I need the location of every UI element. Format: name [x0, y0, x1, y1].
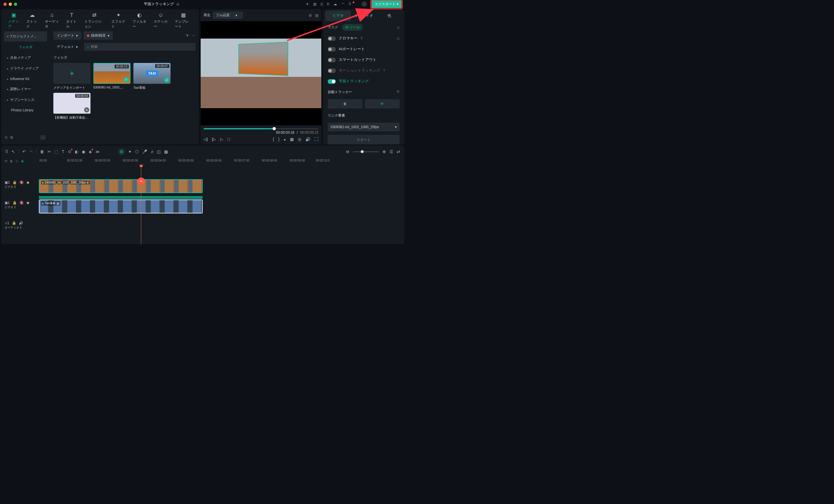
tab-effect[interactable]: ✦エフェクト — [108, 12, 129, 29]
cut-icon[interactable]: ✂ — [48, 149, 51, 154]
prop-cutout[interactable]: スマートカットアウト — [328, 56, 400, 64]
zoom-out-icon[interactable]: ⊖ — [346, 149, 349, 154]
toggle-chroma[interactable] — [328, 36, 336, 41]
sort-default[interactable]: デフォルト ▾ — [53, 43, 81, 51]
sidebar-item-adjust[interactable]: ▸調整レイヤー — [4, 84, 47, 94]
stop-icon[interactable]: □ — [227, 137, 230, 141]
link-icon[interactable]: ⊕ — [10, 159, 13, 163]
save-icon[interactable]: ⎘ — [327, 2, 329, 6]
eye-icon[interactable]: ◉ — [26, 201, 29, 205]
eye-icon[interactable]: ◉ — [26, 180, 29, 184]
lock-icon[interactable]: 🔒 — [13, 201, 17, 205]
record-button[interactable]: 録画/録音 ▾ — [84, 31, 113, 40]
tab-audio[interactable]: ♫オーディオ — [42, 12, 63, 29]
thumb-import[interactable]: + メディアをインポート — [53, 63, 90, 90]
toggle-cutout[interactable] — [328, 58, 336, 62]
monitor-icon[interactable]: ⌸ — [321, 2, 323, 6]
maximize-window[interactable] — [14, 3, 17, 6]
music-icon[interactable]: ♬ — [151, 149, 154, 154]
clip-audio-lane[interactable] — [39, 196, 203, 199]
sidebar-item-subseq[interactable]: ▸サブシーケンス — [4, 95, 47, 105]
more-tools-icon[interactable]: ≫ — [95, 149, 100, 154]
play-icon[interactable]: ▷ — [220, 137, 223, 141]
diamond-icon[interactable]: ◇ — [397, 36, 400, 41]
magnet-icon[interactable]: ⊓ — [5, 159, 7, 163]
zoom-slider[interactable] — [353, 151, 379, 152]
clip-video2[interactable]: ▸5309381_hd_1920_1080_25fps ⊘ — [39, 179, 203, 193]
prop-chroma[interactable]: クロマキー?◇ — [328, 35, 400, 42]
tab-media[interactable]: ▣メディア — [5, 12, 23, 29]
refresh-icon[interactable]: ↻ — [397, 90, 400, 94]
sidebar-folder[interactable]: フォルダ — [4, 42, 47, 52]
layout-icon[interactable]: ⠿ — [5, 149, 8, 154]
lock-icon[interactable]: 🔒 — [12, 221, 16, 225]
avatar-icon[interactable] — [361, 1, 367, 7]
cursor-icon[interactable]: ↖ — [12, 149, 15, 154]
track-link-icon[interactable]: ⊘ — [15, 159, 18, 163]
toggle-portrait[interactable] — [328, 47, 336, 51]
sidebar-item-photos[interactable]: Photos Library — [4, 106, 47, 115]
marker-icon[interactable]: ⬥ — [284, 137, 286, 141]
quality-select[interactable]: フル品質▾ — [213, 12, 243, 19]
export-button[interactable]: エクスポート ▾ — [371, 0, 402, 8]
mute-icon[interactable]: 🔇 — [19, 201, 24, 205]
delete-track-button[interactable]: 🗑 — [328, 99, 363, 108]
playhead-handle[interactable] — [140, 165, 143, 167]
chat-icon[interactable]: ▤ — [313, 2, 316, 6]
tracked-plane[interactable] — [238, 42, 288, 76]
undo-icon[interactable]: ↶ — [22, 149, 26, 154]
ai-icon[interactable]: ⊛ — [118, 149, 125, 155]
prop-plane[interactable]: 平面トラッキング — [328, 78, 400, 85]
timeline-ruler[interactable]: 00:00 00:00:01:00 00:00:02:00 00:00:03:0… — [39, 158, 404, 165]
prev-frame-icon[interactable]: ◁| — [203, 137, 208, 141]
gear-icon[interactable]: ✦ — [128, 149, 132, 154]
tab-filter[interactable]: ◐フィルター — [129, 12, 150, 29]
mic-icon[interactable]: 🎤 — [142, 149, 147, 154]
prop-tab-video[interactable]: ビデオ — [325, 10, 351, 21]
import-button[interactable]: インポート ▾ — [53, 31, 81, 40]
diamond-icon[interactable]: ◇ — [397, 25, 400, 29]
thumb-clip-1[interactable]: 00:00:19✓ 5309381-hd_1920_... — [93, 63, 131, 90]
preview-viewport[interactable] — [201, 21, 321, 125]
more-icon[interactable]: ⋯ — [192, 34, 195, 38]
collapse-button[interactable]: ‹ — [40, 135, 46, 140]
speed-icon[interactable]: ⊙ — [68, 149, 71, 154]
volume-icon[interactable]: 🔊 — [305, 137, 310, 141]
clip-video1[interactable]: ▸Taxi看板 ▨ — [39, 199, 203, 214]
crop-icon[interactable]: ⬚ — [54, 149, 58, 154]
prop-tab-color[interactable]: 色 — [376, 10, 402, 21]
sub-tab-mask[interactable]: マスク — [328, 25, 338, 30]
keyframe-icon[interactable]: ◈ — [89, 149, 92, 154]
sidebar-item-shared[interactable]: ▸共有メディア — [4, 53, 47, 63]
apps-icon[interactable]: ⠿ — [349, 2, 351, 6]
cut-marker[interactable]: ✂ — [137, 177, 145, 185]
sub-tab-ai[interactable]: AI ツール — [342, 24, 363, 31]
mute-icon[interactable]: 🔇 — [19, 180, 24, 184]
list-icon[interactable]: ☰ — [390, 149, 393, 154]
bracket-open-icon[interactable]: { — [273, 137, 274, 141]
fullscreen-icon[interactable]: ⛶ — [314, 137, 319, 141]
shield-icon[interactable]: ⬡ — [135, 149, 139, 154]
playhead[interactable] — [141, 165, 141, 244]
filter-icon[interactable]: ⧩ — [185, 34, 189, 38]
text-icon[interactable]: T — [62, 149, 64, 154]
prop-portrait[interactable]: AIポートレート — [328, 46, 400, 53]
start-button[interactable]: スタート — [328, 135, 400, 145]
zoom-in-icon[interactable]: ⊕ — [382, 149, 386, 154]
progress-bar[interactable] — [203, 128, 319, 129]
auto-icon[interactable]: ※ — [21, 159, 24, 163]
grid-view-icon[interactable]: ⊞ — [309, 13, 312, 17]
cloud-icon[interactable]: ☁ — [333, 2, 337, 6]
prop-tab-audio[interactable]: オーディオ — [351, 10, 376, 21]
thumb-clip-3[interactable]: 00:06:54+ 【新機能】自動字幕起... — [53, 93, 90, 120]
switch-icon[interactable]: ⇄ — [397, 149, 400, 154]
folder-add-icon[interactable]: ⊞ — [10, 135, 13, 139]
minimize-window[interactable] — [9, 3, 12, 6]
thumb-clip-2[interactable]: TAXI00:00:07✓ Taxi看板 — [133, 63, 171, 90]
lock-icon[interactable]: 🔒 — [13, 180, 17, 184]
headphones-icon[interactable]: ◠ — [341, 2, 344, 6]
show-track-button[interactable]: 👁 — [365, 99, 400, 108]
tab-title[interactable]: Tタイトル — [63, 12, 81, 29]
color-icon[interactable]: ◉ — [82, 149, 85, 154]
toggle-plane[interactable] — [328, 79, 336, 84]
